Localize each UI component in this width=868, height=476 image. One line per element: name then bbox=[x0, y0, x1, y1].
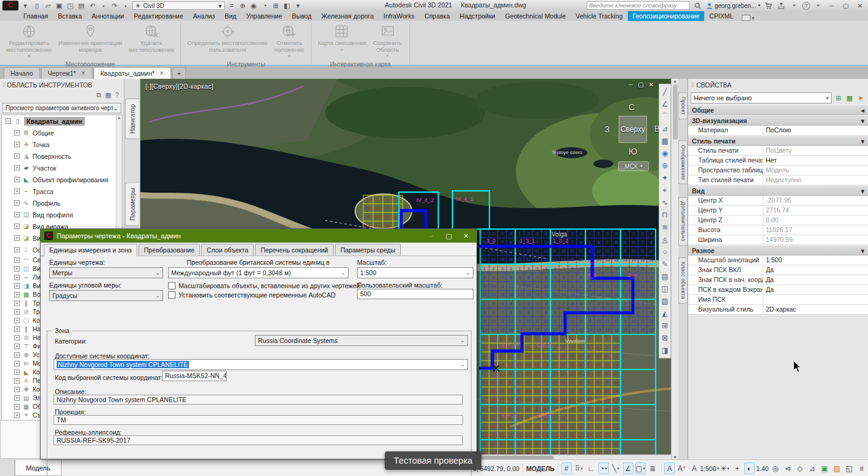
tree-item[interactable]: +⚙Общие bbox=[2, 127, 122, 139]
viewcube-face-top[interactable]: Сверху bbox=[619, 116, 647, 143]
annotation-scale-icon[interactable]: А bbox=[689, 462, 699, 474]
sheet-set-icon[interactable]: ⊞ bbox=[271, 1, 281, 10]
selection-filter-icon[interactable]: ⊿ bbox=[807, 462, 818, 474]
object-type-dropdown[interactable]: Ничего не выбрано ▾ bbox=[691, 92, 832, 103]
chevron-down-icon[interactable]: ▾ bbox=[861, 137, 864, 145]
chevron-down-icon[interactable]: ▾ bbox=[861, 187, 864, 195]
window-icon[interactable]: ◧ bbox=[282, 1, 292, 10]
set-autocad-variables-checkbox[interactable]: Установить соответствующие переменные Au… bbox=[168, 291, 336, 299]
ribbon-tab-Вставка[interactable]: Вставка bbox=[53, 11, 87, 21]
ribbon-tab-Редактирование[interactable]: Редактирование bbox=[129, 11, 188, 21]
ribbon-overflow-menu[interactable]: ▾ bbox=[742, 15, 754, 21]
snap-mode-icon[interactable]: ⠿▾ bbox=[574, 462, 584, 474]
properties-group-Вид[interactable]: Вид▾ bbox=[688, 185, 868, 196]
ribbon-button[interactable]: Определить местоположениепользователя bbox=[185, 22, 270, 54]
tree-expander-icon[interactable]: + bbox=[14, 378, 20, 384]
grid-tool-icon[interactable]: ⊞ bbox=[659, 320, 670, 332]
ribbon-tab-Вид[interactable]: Вид bbox=[220, 11, 241, 21]
tree-expander-icon[interactable]: + bbox=[14, 369, 20, 375]
tree-item[interactable]: −▯Квадраты_админ bbox=[2, 115, 122, 127]
dialog-close-icon[interactable]: ✕ bbox=[459, 232, 473, 240]
ribbon-button[interactable]: Отметитьположение▾ bbox=[271, 22, 307, 60]
isolate-objects-icon[interactable]: ▣ bbox=[819, 462, 830, 474]
properties-group-Общие[interactable]: Общие◂ bbox=[688, 105, 868, 115]
region-tool-icon[interactable]: ▧ bbox=[659, 295, 670, 307]
ribbon-button[interactable]: Редактироватьместоположение▾ bbox=[4, 22, 55, 60]
tree-expander-icon[interactable]: + bbox=[14, 318, 20, 323]
property-value[interactable] bbox=[763, 295, 868, 304]
dialog-tab-Преобразование[interactable]: Преобразование bbox=[139, 244, 200, 256]
property-value[interactable]: Да bbox=[763, 265, 868, 275]
ribbon-button[interactable]: Карта смешанная▾ bbox=[315, 22, 368, 54]
dialog-tab-Параметры среды[interactable]: Параметры среды bbox=[335, 244, 401, 256]
ribbon-tab-CPIXML[interactable]: CPIXML bbox=[704, 11, 738, 21]
tree-expander-icon[interactable]: + bbox=[14, 275, 20, 280]
tree-item[interactable]: +∿Профиль bbox=[2, 197, 122, 209]
ribbon-tab-Анализ[interactable]: Анализ bbox=[188, 11, 220, 21]
app-store-cart-icon[interactable] bbox=[763, 1, 773, 10]
toolspace-view-dropdown[interactable]: Просмотр параметров активного чертежа ⌄ bbox=[2, 103, 121, 113]
angle-units-dropdown[interactable]: Градусы⌄ bbox=[49, 290, 163, 301]
ribbon-panel-title[interactable]: Местоположение bbox=[0, 60, 180, 69]
globe-icon[interactable]: ◔ bbox=[260, 1, 270, 10]
ribbon-tab-Справка[interactable]: Справка bbox=[420, 11, 455, 21]
ribbon-panel-title[interactable]: Интерактивная карта bbox=[311, 60, 409, 69]
ribbon-button[interactable]: СохранитьОбласть▾ bbox=[370, 22, 406, 60]
vertical-scrollbar[interactable]: ▲▼ bbox=[671, 79, 678, 459]
tree-expander-icon[interactable]: + bbox=[14, 130, 20, 135]
undo-icon[interactable]: ↶ bbox=[87, 1, 97, 10]
tree-expander-icon[interactable]: + bbox=[14, 292, 20, 297]
dialog-titlebar[interactable]: C Параметры чертежа - Квадраты_админ ─ ▢… bbox=[41, 229, 476, 243]
table-tool-icon[interactable]: ▤ bbox=[659, 270, 670, 283]
dialog-minimize-icon[interactable]: ─ bbox=[425, 232, 438, 240]
tree-expander-icon[interactable]: + bbox=[14, 200, 20, 206]
tree-expander-icon[interactable]: + bbox=[14, 352, 20, 358]
account-menu[interactable]: georg.greben... ▾ bbox=[706, 2, 760, 9]
tree-item[interactable]: +◮Поверхность bbox=[2, 150, 122, 162]
tree-item[interactable]: +✛Точка bbox=[2, 139, 122, 150]
angle-tool-icon[interactable]: ∠ bbox=[659, 98, 670, 110]
tree-expander-icon[interactable]: + bbox=[14, 387, 20, 392]
chevron-down-icon[interactable]: ▾ bbox=[789, 1, 799, 10]
tree-item[interactable]: +◫Вид профиля bbox=[2, 209, 122, 220]
chevron-down-icon[interactable]: ▾ bbox=[861, 117, 864, 124]
chevron-down-icon[interactable]: ▾ bbox=[121, 1, 131, 10]
scale-inserted-objects-checkbox[interactable]: Масштабировать объекты, вставленные из д… bbox=[168, 282, 360, 289]
offset-tool-icon[interactable]: ⊓ bbox=[659, 209, 670, 221]
palette-properties-icon[interactable]: ▦ bbox=[105, 91, 111, 102]
custom-scale-input[interactable]: 500 bbox=[357, 289, 473, 299]
viewport-close-icon[interactable]: ✕ bbox=[649, 81, 654, 88]
palette-tab-Отображение[interactable]: Отображение bbox=[678, 140, 688, 184]
chevron-down-icon[interactable]: ▾ bbox=[861, 247, 864, 254]
tree-expander-icon[interactable]: + bbox=[14, 326, 20, 332]
tree-expander-icon[interactable]: + bbox=[14, 247, 20, 252]
ribbon-tab-InfraWorks[interactable]: InfraWorks bbox=[379, 11, 420, 21]
dialog-tab-Слои объекта[interactable]: Слои объекта bbox=[201, 244, 254, 256]
grid-display-icon[interactable]: # bbox=[561, 462, 572, 474]
ribbon-tab-Главная[interactable]: Главная bbox=[18, 11, 53, 21]
ribbon-button[interactable]: Удалитьместоположение bbox=[126, 22, 177, 54]
viewport-minimize-icon[interactable]: ─ bbox=[629, 81, 633, 88]
search-icon[interactable] bbox=[693, 1, 703, 10]
drawing-tab-Чертеж1*[interactable]: Чертеж1*✕ bbox=[41, 67, 92, 79]
tree-expander-icon[interactable]: + bbox=[14, 413, 20, 418]
spline-tool-icon[interactable]: ∿ bbox=[659, 196, 670, 209]
xref-fade-value[interactable]: 1.40 bbox=[757, 462, 768, 474]
triangle-tool-icon[interactable]: ⊿ bbox=[659, 123, 670, 135]
osnap-tracking-icon[interactable]: ∠ bbox=[623, 462, 633, 474]
dialog-tab-Единицы измерения и зона[interactable]: Единицы измерения и зона bbox=[44, 244, 137, 256]
selection-cycling-icon[interactable]: ◎ bbox=[770, 462, 781, 474]
tree-expander-icon[interactable]: + bbox=[14, 344, 20, 349]
tree-expander-icon[interactable]: + bbox=[14, 283, 20, 289]
quick-select-icon[interactable]: ▦ bbox=[845, 93, 854, 103]
workspace-switch-icon[interactable]: ✳▾ bbox=[720, 462, 730, 474]
tree-expander-icon[interactable]: + bbox=[14, 309, 20, 315]
tree-expander-icon[interactable]: + bbox=[14, 335, 20, 341]
ribbon-panel-title[interactable]: Инструменты bbox=[181, 60, 311, 69]
ribbon-tab-Аннотации[interactable]: Аннотации bbox=[87, 11, 129, 21]
edit-tool-icon[interactable]: ✎ bbox=[659, 258, 670, 270]
dialog-maximize-icon[interactable]: ▢ bbox=[442, 232, 456, 240]
ribbon-tab-Geotechnical Module[interactable]: Geotechnical Module bbox=[500, 11, 571, 21]
properties-group-Стиль печати[interactable]: Стиль печати▾ bbox=[688, 135, 868, 146]
surface-tool-icon[interactable]: ◬ bbox=[659, 233, 670, 246]
